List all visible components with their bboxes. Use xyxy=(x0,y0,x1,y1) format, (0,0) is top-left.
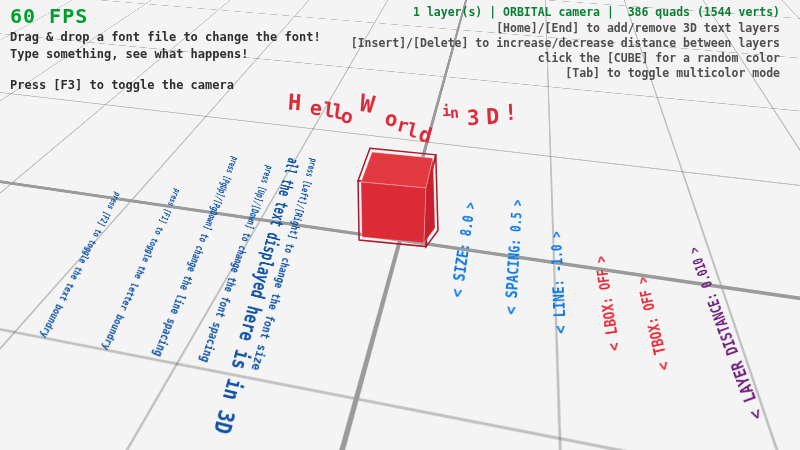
app-window: < SIZE: 8.0 >< SPACING: 0.5 >< LINE: -1.… xyxy=(0,0,800,450)
cube[interactable] xyxy=(0,0,800,450)
cube-faces[interactable] xyxy=(361,152,435,243)
